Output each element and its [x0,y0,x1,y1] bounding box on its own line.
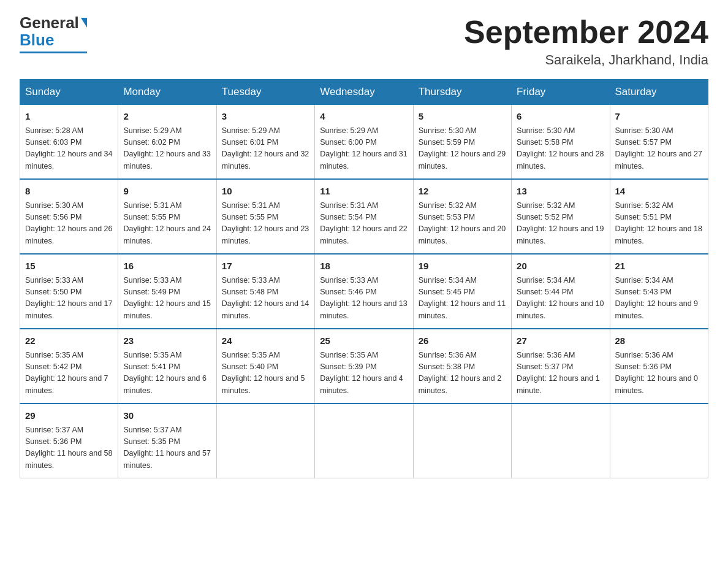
calendar-header-row: SundayMondayTuesdayWednesdayThursdayFrid… [20,80,708,105]
weekday-header-friday: Friday [512,80,610,105]
day-info: Sunrise: 5:35 AMSunset: 5:41 PMDaylight:… [123,350,211,397]
weekday-header-monday: Monday [118,80,216,105]
calendar-cell: 23Sunrise: 5:35 AMSunset: 5:41 PMDayligh… [118,329,216,404]
calendar-cell: 6Sunrise: 5:30 AMSunset: 5:58 PMDaylight… [512,105,610,180]
day-number: 19 [419,259,506,274]
title-block: September 2024 Saraikela, Jharkhand, Ind… [464,15,708,68]
day-number: 15 [25,259,113,274]
day-info: Sunrise: 5:34 AMSunset: 5:45 PMDaylight:… [419,275,506,323]
calendar-cell [512,404,610,478]
day-info: Sunrise: 5:36 AMSunset: 5:37 PMDaylight:… [517,350,604,397]
day-info: Sunrise: 5:32 AMSunset: 5:52 PMDaylight:… [517,200,604,248]
day-number: 25 [320,334,408,348]
calendar-cell: 11Sunrise: 5:31 AMSunset: 5:54 PMDayligh… [315,179,413,254]
day-info: Sunrise: 5:32 AMSunset: 5:51 PMDaylight:… [615,200,703,248]
calendar-week-row: 1Sunrise: 5:28 AMSunset: 6:03 PMDaylight… [20,105,708,180]
calendar-cell: 29Sunrise: 5:37 AMSunset: 5:36 PMDayligh… [20,404,118,478]
calendar-cell: 10Sunrise: 5:31 AMSunset: 5:55 PMDayligh… [216,179,314,254]
day-info: Sunrise: 5:29 AMSunset: 6:01 PMDaylight:… [222,125,309,173]
day-info: Sunrise: 5:31 AMSunset: 5:55 PMDaylight:… [123,200,211,248]
calendar-cell: 26Sunrise: 5:36 AMSunset: 5:38 PMDayligh… [413,329,511,404]
calendar-cell [315,404,413,478]
weekday-header-thursday: Thursday [413,80,511,105]
day-info: Sunrise: 5:30 AMSunset: 5:59 PMDaylight:… [419,125,506,173]
day-number: 13 [517,185,604,199]
calendar-cell [413,404,511,478]
calendar-cell: 9Sunrise: 5:31 AMSunset: 5:55 PMDaylight… [118,179,216,254]
day-number: 4 [320,110,408,124]
calendar-week-row: 15Sunrise: 5:33 AMSunset: 5:50 PMDayligh… [20,254,708,329]
day-info: Sunrise: 5:34 AMSunset: 5:43 PMDaylight:… [615,275,703,323]
day-info: Sunrise: 5:29 AMSunset: 6:00 PMDaylight:… [320,125,408,173]
calendar-cell: 17Sunrise: 5:33 AMSunset: 5:48 PMDayligh… [216,254,314,329]
calendar-cell: 15Sunrise: 5:33 AMSunset: 5:50 PMDayligh… [20,254,118,329]
day-info: Sunrise: 5:30 AMSunset: 5:58 PMDaylight:… [517,125,604,173]
logo-blue: Blue [20,31,54,50]
day-number: 23 [123,334,211,348]
calendar-table: SundayMondayTuesdayWednesdayThursdayFrid… [20,79,708,478]
day-info: Sunrise: 5:36 AMSunset: 5:38 PMDaylight:… [419,350,506,397]
day-number: 10 [222,185,309,199]
day-number: 21 [615,259,703,274]
day-info: Sunrise: 5:32 AMSunset: 5:53 PMDaylight:… [419,200,506,248]
day-number: 27 [517,334,604,348]
day-info: Sunrise: 5:37 AMSunset: 5:36 PMDaylight:… [25,424,113,472]
weekday-header-wednesday: Wednesday [315,80,413,105]
day-info: Sunrise: 5:36 AMSunset: 5:36 PMDaylight:… [615,350,703,397]
calendar-cell: 20Sunrise: 5:34 AMSunset: 5:44 PMDayligh… [512,254,610,329]
day-number: 30 [123,409,211,423]
calendar-cell: 4Sunrise: 5:29 AMSunset: 6:00 PMDaylight… [315,105,413,180]
calendar-cell: 28Sunrise: 5:36 AMSunset: 5:36 PMDayligh… [610,329,708,404]
day-info: Sunrise: 5:33 AMSunset: 5:48 PMDaylight:… [222,275,309,323]
calendar-cell: 14Sunrise: 5:32 AMSunset: 5:51 PMDayligh… [610,179,708,254]
day-number: 24 [222,334,309,348]
day-info: Sunrise: 5:29 AMSunset: 6:02 PMDaylight:… [123,125,211,173]
calendar-cell: 7Sunrise: 5:30 AMSunset: 5:57 PMDaylight… [610,105,708,180]
calendar-cell: 13Sunrise: 5:32 AMSunset: 5:52 PMDayligh… [512,179,610,254]
calendar-cell [216,404,314,478]
calendar-cell: 3Sunrise: 5:29 AMSunset: 6:01 PMDaylight… [216,105,314,180]
day-info: Sunrise: 5:35 AMSunset: 5:40 PMDaylight:… [222,350,309,397]
day-info: Sunrise: 5:33 AMSunset: 5:49 PMDaylight:… [123,275,211,323]
day-info: Sunrise: 5:33 AMSunset: 5:46 PMDaylight:… [320,275,408,323]
day-info: Sunrise: 5:35 AMSunset: 5:39 PMDaylight:… [320,350,408,397]
day-number: 17 [222,259,309,274]
day-number: 5 [419,110,506,124]
day-info: Sunrise: 5:37 AMSunset: 5:35 PMDaylight:… [123,424,211,472]
calendar-cell: 21Sunrise: 5:34 AMSunset: 5:43 PMDayligh… [610,254,708,329]
calendar-week-row: 8Sunrise: 5:30 AMSunset: 5:56 PMDaylight… [20,179,708,254]
day-info: Sunrise: 5:35 AMSunset: 5:42 PMDaylight:… [25,350,113,397]
location-subtitle: Saraikela, Jharkhand, India [464,52,708,68]
calendar-cell: 22Sunrise: 5:35 AMSunset: 5:42 PMDayligh… [20,329,118,404]
page-header: General Blue September 2024 Saraikela, J… [20,15,708,68]
day-number: 28 [615,334,703,348]
calendar-cell [610,404,708,478]
day-number: 9 [123,185,211,199]
day-number: 7 [615,110,703,124]
calendar-cell: 30Sunrise: 5:37 AMSunset: 5:35 PMDayligh… [118,404,216,478]
day-number: 18 [320,259,408,274]
day-number: 11 [320,185,408,199]
day-info: Sunrise: 5:31 AMSunset: 5:55 PMDaylight:… [222,200,309,248]
day-info: Sunrise: 5:30 AMSunset: 5:56 PMDaylight:… [25,200,113,248]
logo-divider [20,52,87,53]
calendar-cell: 25Sunrise: 5:35 AMSunset: 5:39 PMDayligh… [315,329,413,404]
calendar-cell: 19Sunrise: 5:34 AMSunset: 5:45 PMDayligh… [413,254,511,329]
day-number: 12 [419,185,506,199]
day-number: 2 [123,110,211,124]
day-info: Sunrise: 5:34 AMSunset: 5:44 PMDaylight:… [517,275,604,323]
day-number: 3 [222,110,309,124]
calendar-week-row: 22Sunrise: 5:35 AMSunset: 5:42 PMDayligh… [20,329,708,404]
calendar-cell: 27Sunrise: 5:36 AMSunset: 5:37 PMDayligh… [512,329,610,404]
day-number: 22 [25,334,113,348]
day-number: 16 [123,259,211,274]
calendar-cell: 5Sunrise: 5:30 AMSunset: 5:59 PMDaylight… [413,105,511,180]
day-number: 6 [517,110,604,124]
calendar-cell: 8Sunrise: 5:30 AMSunset: 5:56 PMDaylight… [20,179,118,254]
day-info: Sunrise: 5:31 AMSunset: 5:54 PMDaylight:… [320,200,408,248]
calendar-cell: 12Sunrise: 5:32 AMSunset: 5:53 PMDayligh… [413,179,511,254]
calendar-week-row: 29Sunrise: 5:37 AMSunset: 5:36 PMDayligh… [20,404,708,478]
logo-text: General [20,15,87,31]
calendar-cell: 16Sunrise: 5:33 AMSunset: 5:49 PMDayligh… [118,254,216,329]
day-info: Sunrise: 5:30 AMSunset: 5:57 PMDaylight:… [615,125,703,173]
